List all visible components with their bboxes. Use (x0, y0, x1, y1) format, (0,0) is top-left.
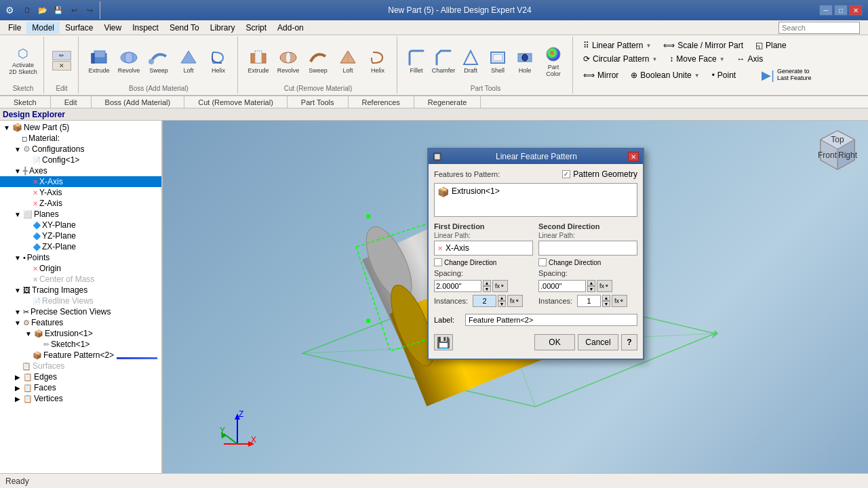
first-dir-change-checkbox[interactable] (434, 258, 442, 266)
pattern-geometry-check[interactable]: Pattern Geometry (562, 169, 637, 179)
draft-btn[interactable]: Draft (457, 41, 484, 81)
tree-x-axis[interactable]: ✕ X-Axis (0, 176, 161, 187)
tree-feature-pattern[interactable]: 📦 Feature Pattern<2> (0, 350, 161, 361)
second-spacing-up[interactable]: ▲ (587, 280, 595, 286)
tree-yz-plane[interactable]: 🔷 YZ-Plane (0, 230, 161, 241)
first-instances-input[interactable] (473, 295, 496, 307)
menu-inspect[interactable]: Inspect (127, 22, 164, 34)
menu-surface[interactable]: Surface (60, 22, 98, 34)
tree-surfaces[interactable]: 📋 Surfaces (0, 361, 161, 371)
move-face-btn[interactable]: ↕ Move Face ▼ (666, 53, 728, 65)
loft-boss-btn[interactable]: Loft (174, 41, 203, 81)
scale-mirror-btn[interactable]: ⟺ Scale / Mirror Part (660, 39, 747, 52)
maximize-btn[interactable]: □ (834, 5, 848, 16)
pattern-geometry-checkbox[interactable] (562, 170, 570, 178)
tree-planes[interactable]: ▼ ⬜ Planes (0, 209, 161, 220)
tree-extrusion1[interactable]: ▼ 📦 Extrusion<1> (0, 328, 161, 339)
cancel-button[interactable]: Cancel (578, 334, 618, 350)
second-inst-up[interactable]: ▲ (602, 295, 610, 301)
tree-material[interactable]: ◻ Material: (0, 133, 161, 144)
tree-redline[interactable]: 📄 Redline Views (0, 296, 161, 306)
first-inst-fx[interactable]: fx⚬ (507, 295, 523, 307)
open-btn[interactable]: 📂 (35, 3, 50, 18)
menu-view[interactable]: View (98, 22, 127, 34)
menu-model[interactable]: Model (26, 22, 60, 34)
hole-btn[interactable]: Hole (511, 41, 538, 81)
helix-boss-btn[interactable]: Helix (203, 41, 233, 81)
second-spacing-fx[interactable]: fx⚬ (597, 280, 612, 292)
minimize-btn[interactable]: ─ (819, 5, 833, 16)
first-spacing-input[interactable] (434, 280, 481, 292)
sweep-cut-btn[interactable]: Sweep (303, 41, 333, 81)
loft-cut-btn[interactable]: Loft (333, 41, 363, 81)
tree-points[interactable]: ▼ • Points (0, 252, 161, 263)
save-btn[interactable]: 💾 (51, 3, 66, 18)
redo-btn[interactable]: ↪ (82, 3, 97, 18)
tree-features[interactable]: ▼ ⚙ Features (0, 317, 161, 328)
tree-center-mass[interactable]: ✕ Center of Mass (0, 274, 161, 285)
search-input[interactable] (778, 22, 860, 34)
second-inst-down[interactable]: ▼ (602, 301, 610, 307)
menu-script[interactable]: Script (240, 22, 272, 34)
second-spacing-spinner[interactable]: ▲ ▼ (587, 280, 595, 292)
second-inst-fx[interactable]: fx⚬ (612, 295, 627, 307)
tree-z-axis[interactable]: ✕ Z-Axis (0, 198, 161, 209)
part-color-btn[interactable]: Part Color (538, 41, 568, 81)
first-spacing-fx[interactable]: fx⚬ (492, 280, 508, 292)
revolve-boss-btn[interactable]: Revolve (114, 41, 144, 81)
shell-btn[interactable]: Shell (484, 41, 511, 81)
tree-xy-plane[interactable]: 🔷 XY-Plane (0, 220, 161, 230)
first-inst-up[interactable]: ▲ (498, 295, 506, 301)
tree-vertices[interactable]: ▶ 📋 Vertices (0, 393, 161, 404)
plane-btn[interactable]: ◱ Plane (752, 39, 790, 52)
close-btn[interactable]: ✕ (849, 5, 863, 16)
first-inst-spinner[interactable]: ▲ ▼ (498, 295, 506, 307)
edit-btn[interactable]: ✏ ✕ (50, 41, 74, 81)
tree-axes[interactable]: ▼ ╋ Axes (0, 165, 161, 176)
second-inst-spinner[interactable]: ▲ ▼ (602, 295, 610, 307)
mirror-btn[interactable]: ⟺ Mirror (580, 69, 622, 81)
tree-y-axis[interactable]: ✕ Y-Axis (0, 187, 161, 198)
tree-edges[interactable]: ▶ 📋 Edges (0, 371, 161, 382)
ok-button[interactable]: OK (534, 334, 575, 350)
first-dir-path-input[interactable]: ✕ X-Axis (434, 241, 533, 256)
features-list-box[interactable]: 📦 Extrusion<1> (434, 183, 637, 217)
tree-configurations[interactable]: ▼ ⚙ Configurations (0, 144, 161, 155)
activate-sketch-btn[interactable]: ⬡ Activate2D Sketch (7, 41, 39, 81)
linear-pattern-btn[interactable]: ⠿ Linear Pattern ▼ (580, 39, 654, 52)
menu-addon[interactable]: Add-on (272, 22, 309, 34)
tree-new-part[interactable]: ▼ 📦 New Part (5) (0, 122, 161, 133)
menu-library[interactable]: Library (205, 22, 241, 34)
extrude-boss-btn[interactable]: Extrude (84, 41, 114, 81)
second-dir-change-checkbox[interactable] (538, 258, 547, 266)
fillet-btn[interactable]: Fillet (403, 41, 430, 81)
first-spacing-down[interactable]: ▼ (483, 286, 491, 292)
menu-sendto[interactable]: Send To (164, 22, 205, 34)
tree-faces[interactable]: ▶ 📋 Faces (0, 382, 161, 393)
second-spacing-input[interactable] (538, 280, 586, 292)
tree-sketch1[interactable]: ✏ Sketch<1> (0, 339, 161, 350)
tree-zx-plane[interactable]: 🔷 ZX-Plane (0, 241, 161, 252)
label-input[interactable] (465, 314, 637, 326)
menu-file[interactable]: File (3, 22, 26, 34)
chamfer-btn[interactable]: Chamfer (430, 41, 457, 81)
first-spacing-spinner[interactable]: ▲ ▼ (483, 280, 491, 292)
first-spacing-up[interactable]: ▲ (483, 280, 491, 286)
3d-viewport[interactable]: www.thundershare.net Top Right Front (163, 121, 868, 473)
boolean-btn[interactable]: ⊕ Boolean Unite ▼ (627, 69, 703, 81)
helix-cut-btn[interactable]: Helix (363, 41, 393, 81)
point-btn[interactable]: • Point (709, 69, 740, 81)
tree-config1[interactable]: 📄 Config<1> (0, 155, 161, 165)
extrude-cut-btn[interactable]: Extrude (243, 41, 273, 81)
tree-tracing[interactable]: ▼ 🖼 Tracing Images (0, 285, 161, 296)
second-dir-path-input[interactable] (538, 241, 637, 256)
tree-section-views[interactable]: ▼ ✂ Precise Section Views (0, 306, 161, 317)
axis-btn[interactable]: ↔ Axis (734, 53, 767, 65)
new-btn[interactable]: 🗋 (20, 3, 35, 18)
dialog-close-btn[interactable]: ✕ (628, 152, 639, 161)
undo-btn[interactable]: ↩ (66, 3, 81, 18)
sweep-boss-btn[interactable]: Sweep (144, 41, 174, 81)
revolve-cut-btn[interactable]: Revolve (273, 41, 303, 81)
second-instances-input[interactable] (577, 295, 601, 307)
second-spacing-down[interactable]: ▼ (587, 286, 595, 292)
